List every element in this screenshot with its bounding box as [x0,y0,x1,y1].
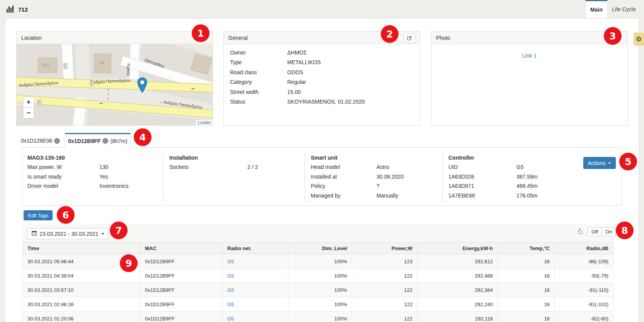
cell-mac: 0x1D12B9FF [140,312,223,322]
field-row: UIDG5 [448,162,537,172]
table-row: 30.03.2021 05:46:44 0x1D12B9FF G5 100% 1… [23,254,613,269]
field-row: Managed byManually [311,191,404,200]
smart-unit-column: Smart unit Head modelAstro Installed at3… [311,153,404,200]
field-value: 176.05m [516,193,537,199]
radio-net-link[interactable]: G5 [227,287,234,293]
table-row: 30.03.2021 01:20:06 0x1D12B9FF G5 100% 1… [23,312,613,322]
location-panel-header: Location [17,32,213,44]
column-divider [164,152,164,201]
direction-arrow: ← [191,86,195,91]
field-row: Max power, W130 [27,162,128,172]
map-dashed-line [108,89,109,100]
field-label: Installed at [311,172,377,181]
field-row: Driver modelInventronics [27,181,128,191]
date-range-picker[interactable]: 23.03.2021 - 30.03.2021 [27,228,109,239]
radio-net-link[interactable]: G5 [227,302,234,307]
settings-flap-button[interactable]: ⚙ [634,32,644,46]
controller-title: Controller [448,153,537,162]
map-zoom-control: + − [23,97,34,119]
asset-count: 712 [18,6,28,13]
cell-mac: 0x1D12B9FF [140,269,223,283]
annotation-badge-1: 1 [192,24,210,42]
field-value: 488.45m [516,183,537,189]
field-value: G5 [516,164,524,170]
edit-general-button[interactable] [404,34,416,43]
field-value: ODOS [287,69,303,75]
device-tab-0x1D12B9FF[interactable]: 0x1D12B9FF (8h7m) [65,133,131,148]
edit-icon [407,35,412,42]
field-label: Sockets [169,162,247,172]
direction-arrow: → [99,101,102,106]
field-value: ΔΗΜΟΣ [287,49,307,56]
column-header-energy: Energy,kW·h [417,242,498,254]
field-label: 1A63D971 [448,181,516,191]
field-value: Regular [287,79,306,85]
column-header-power: Power,W [352,242,417,254]
edit-tags-button[interactable]: Edit Tags [24,210,53,220]
cell-dim-level: 100% [288,254,352,269]
cell-time: 30.03.2021 02:46:16 [23,297,140,312]
radio-net-link[interactable]: G5 [227,259,234,264]
installation-title: Installation [169,153,258,162]
device-tab-0x1D128E06[interactable]: 0x1D128E06 [21,136,62,146]
field-value: 30.08.2020 [377,174,404,180]
cell-energy: 292,612 [417,254,498,269]
tab-life-cycle[interactable]: Life Cycle [608,0,640,18]
cell-power: 122 [352,312,417,322]
cell-energy: 292,240 [417,297,498,312]
cell-power: 122 [352,269,417,283]
field-row: 1A7EBE68176.05m [448,191,537,200]
annotation-badge-7: 7 [110,221,128,239]
field-row: Head modelAstro [311,162,404,172]
cell-radio: -91(-102) [555,297,613,312]
photo-link[interactable]: Link 1 [431,53,627,59]
topbar: 712 Main Life Cycle [0,0,644,18]
annotation-badge-9: 9 [120,254,138,272]
zoom-out-button[interactable]: − [23,107,34,118]
table-header-row: Time MAC Radio net. Dim. Level Power,W E… [23,242,613,254]
bar-chart-icon [6,5,15,14]
switch-off-button[interactable]: Off [588,227,602,236]
map[interactable]: 102 98 Ανδρέα Παπανδρέου Ανδρέα Παπανδρέ… [17,44,213,125]
field-row: Street width15.00 [230,87,365,97]
cell-radio-net: G5 [223,283,288,297]
photo-panel-header: Photo [431,32,627,44]
radio-net-link[interactable]: G5 [227,316,234,322]
status-dot-icon [54,138,60,144]
cell-energy: 292,488 [417,269,498,283]
map-marker-icon[interactable] [137,77,147,94]
field-value: 2 / 2 [247,164,258,170]
field-row: Is smart readyYes [27,172,128,181]
switch-on-button[interactable]: On [601,227,616,236]
device-tab-label: 0x1D128E06 [21,138,52,144]
field-value: Manually [377,193,398,199]
tab-main[interactable]: Main [585,0,608,18]
field-row: TypeMETALLIKOS [230,58,365,67]
radio-net-link[interactable]: G5 [227,273,234,279]
field-value: SKOYRIASMENOS, 01.02.2020 [287,99,365,105]
leaflet-attribution[interactable]: Leaflet [196,120,213,125]
cell-radio: -82(-80) [555,312,613,322]
cell-power: 122 [352,297,417,312]
luminaire-model: MAG3-135-160 [27,153,128,162]
field-label: Max power, W [27,162,99,172]
luminaire-column: MAG3-135-160 Max power, W130 Is smart re… [27,153,128,191]
actions-button[interactable]: Actions [583,157,616,169]
caret-down-icon [608,162,611,164]
controller-column: Controller UIDG5 1A63D328387.59m 1A63D97… [448,153,537,200]
gear-icon: ⚙ [636,35,642,43]
map-road [61,44,74,81]
annotation-badge-8: 8 [616,221,634,239]
device-tab-label: 0x1D12B9FF [68,138,101,144]
zoom-in-button[interactable]: + [23,97,34,107]
cell-radio-net: G5 [223,312,288,322]
field-label: Category [230,77,287,87]
column-header-time: Time [23,242,140,254]
field-label: Owner [230,48,287,58]
table-row: 30.03.2021 02:46:16 0x1D12B9FF G5 100% 1… [23,297,613,312]
field-value: Yes [99,174,108,180]
cell-radio-net: G5 [223,297,288,312]
field-label: 1A7EBE68 [448,191,516,200]
field-row: Installed at30.08.2020 [311,172,404,181]
cell-mac: 0x1D12B9FF [140,254,223,269]
